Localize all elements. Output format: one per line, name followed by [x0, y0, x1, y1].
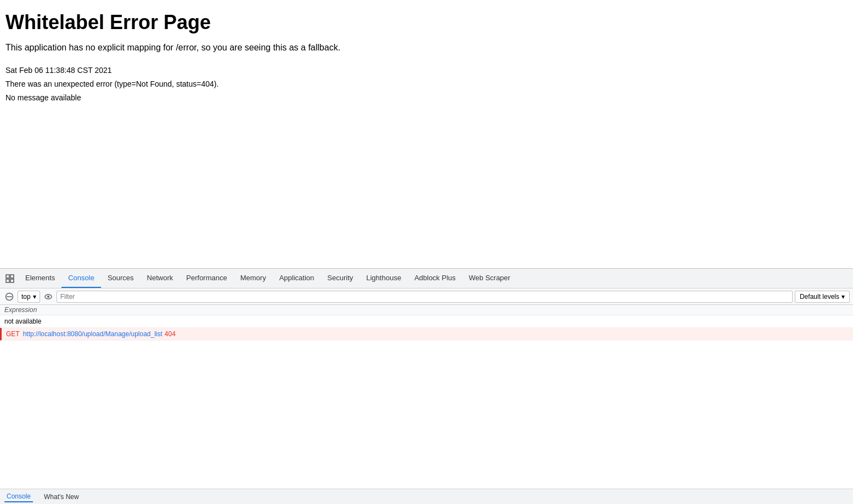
page-content: Whitelabel Error Page This application h… — [0, 0, 853, 116]
context-selector[interactable]: top ▾ — [18, 291, 40, 303]
console-toolbar: top ▾ Default levels ▾ — [0, 288, 853, 305]
console-error-url[interactable]: http://localhost:8080/upload/Manage/uplo… — [23, 330, 162, 338]
devtools-tab-network[interactable]: Network — [141, 269, 180, 288]
live-expression-button[interactable] — [42, 291, 54, 303]
console-error-method: GET — [6, 330, 20, 338]
console-error-status: 404 — [165, 330, 176, 338]
context-chevron-icon: ▾ — [33, 293, 36, 301]
devtools-toolbar: ElementsConsoleSourcesNetworkPerformance… — [0, 269, 853, 288]
devtools-tab-security[interactable]: Security — [321, 269, 360, 288]
console-filter-input[interactable] — [57, 291, 793, 303]
console-not-available: not available — [4, 318, 41, 325]
page-title: Whitelabel Error Page — [5, 11, 848, 34]
clear-console-button[interactable] — [3, 291, 15, 303]
error-timestamp: Sat Feb 06 11:38:48 CST 2021 — [5, 64, 848, 77]
svg-rect-2 — [6, 279, 9, 282]
devtools-tab-adblock[interactable]: Adblock Plus — [408, 269, 462, 288]
console-log-row: not available — [0, 315, 853, 328]
statusbar-console[interactable]: Console — [4, 491, 33, 502]
svg-point-7 — [47, 296, 49, 298]
inspect-icon[interactable] — [2, 271, 18, 286]
error-subtitle: This application has no explicit mapping… — [5, 43, 848, 53]
devtools-tab-elements[interactable]: Elements — [19, 269, 61, 288]
console-expression-label: Expression — [0, 305, 853, 315]
devtools-tabs: ElementsConsoleSourcesNetworkPerformance… — [19, 269, 517, 288]
log-levels-button[interactable]: Default levels ▾ — [795, 291, 850, 303]
devtools-statusbar: Console What's New — [0, 489, 853, 504]
svg-rect-1 — [10, 275, 14, 278]
error-details: Sat Feb 06 11:38:48 CST 2021 There was a… — [5, 64, 848, 105]
devtools-tab-application[interactable]: Application — [273, 269, 321, 288]
devtools-tab-lighthouse[interactable]: Lighthouse — [360, 269, 408, 288]
devtools-panel: ElementsConsoleSourcesNetworkPerformance… — [0, 268, 853, 504]
log-levels-label: Default levels — [800, 293, 839, 301]
statusbar-whatsnew[interactable]: What's New — [42, 492, 81, 502]
log-levels-chevron-icon: ▾ — [841, 293, 845, 301]
svg-rect-0 — [6, 275, 9, 278]
console-error-row: GET http://localhost:8080/upload/Manage/… — [0, 328, 853, 341]
devtools-tab-console[interactable]: Console — [61, 269, 101, 288]
devtools-tab-memory[interactable]: Memory — [234, 269, 273, 288]
devtools-tab-webscraper[interactable]: Web Scraper — [462, 269, 517, 288]
error-message: No message available — [5, 91, 848, 105]
devtools-tab-performance[interactable]: Performance — [179, 269, 233, 288]
context-value: top — [21, 293, 31, 301]
error-type: There was an unexpected error (type=Not … — [5, 77, 848, 91]
devtools-tab-sources[interactable]: Sources — [101, 269, 141, 288]
console-output: Expression not available GET http://loca… — [0, 305, 853, 489]
svg-rect-3 — [10, 279, 14, 282]
